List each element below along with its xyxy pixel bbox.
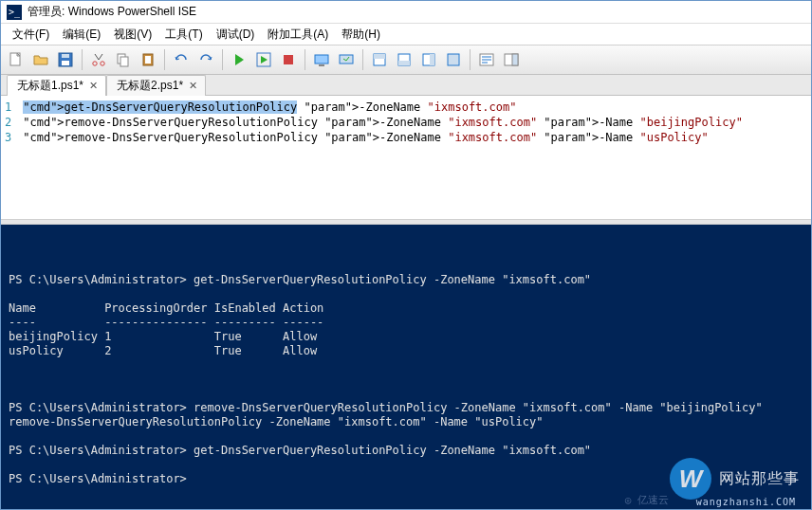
open-button[interactable] [29, 48, 52, 71]
console-pane[interactable]: PS C:\Users\Administrator> get-DnsServer… [1, 225, 811, 509]
show-command-button[interactable] [475, 48, 498, 71]
tab-untitled2[interactable]: 无标题2.ps1* ✕ [106, 75, 206, 96]
layout4-button[interactable] [442, 48, 465, 71]
new-button[interactable] [5, 48, 28, 71]
run-button[interactable] [228, 48, 250, 71]
menu-debug[interactable]: 调试(D) [211, 25, 261, 45]
layout2-button[interactable] [393, 48, 415, 71]
redo-button[interactable] [194, 48, 217, 71]
svg-rect-9 [145, 56, 151, 64]
menu-file[interactable]: 文件(F) [7, 25, 55, 45]
svg-point-5 [101, 62, 104, 65]
tab-untitled1[interactable]: 无标题1.ps1* ✕ [7, 75, 106, 96]
menu-tools[interactable]: 工具(T) [159, 25, 208, 45]
svg-rect-16 [374, 54, 385, 59]
svg-rect-20 [430, 54, 434, 65]
copy-button[interactable] [112, 48, 135, 71]
menu-bar: 文件(F) 编辑(E) 视图(V) 工具(T) 调试(D) 附加工具(A) 帮助… [1, 24, 811, 45]
menu-addons[interactable]: 附加工具(A) [262, 25, 334, 45]
run-selection-button[interactable] [252, 48, 275, 71]
code-area[interactable]: "cmd">get-DnsServerQueryResolutionPolicy… [19, 96, 743, 219]
app-icon: >_ [7, 5, 22, 20]
watermark: W 网站那些事 [670, 458, 800, 500]
undo-button[interactable] [170, 48, 193, 71]
svg-rect-24 [512, 54, 518, 65]
show-addon-button[interactable] [500, 48, 523, 71]
cut-button[interactable] [87, 48, 110, 71]
menu-edit[interactable]: 编辑(E) [57, 25, 106, 45]
svg-rect-11 [284, 55, 293, 64]
svg-rect-21 [448, 54, 459, 65]
menu-help[interactable]: 帮助(H) [336, 25, 386, 45]
svg-point-4 [93, 62, 97, 65]
save-button[interactable] [54, 48, 77, 71]
tab-strip: 无标题1.ps1* ✕ 无标题2.ps1* ✕ [1, 75, 811, 96]
svg-rect-13 [319, 64, 324, 66]
watermark-badge: W [670, 458, 711, 500]
watermark-sub: wangzhanshi.COM [696, 497, 796, 507]
close-icon[interactable]: ✕ [89, 80, 98, 92]
close-icon[interactable]: ✕ [189, 80, 197, 92]
svg-rect-12 [315, 55, 328, 64]
watermark-extra: ◎ 亿速云 [625, 493, 669, 507]
svg-rect-18 [398, 61, 410, 65]
stop-button[interactable] [277, 48, 300, 71]
window-title: 管理员: Windows PowerShell ISE [28, 4, 196, 20]
tab-label: 无标题1.ps1* [17, 78, 83, 94]
line-gutter: 1 2 3 [1, 96, 19, 219]
layout3-button[interactable] [417, 48, 440, 71]
toolbar [1, 45, 811, 75]
svg-rect-7 [120, 57, 128, 66]
remote-session-button[interactable] [335, 48, 358, 71]
new-remote-button[interactable] [310, 48, 333, 71]
tab-label: 无标题2.ps1* [117, 78, 183, 94]
layout1-button[interactable] [368, 48, 391, 71]
script-editor[interactable]: 1 2 3 "cmd">get-DnsServerQueryResolution… [1, 96, 811, 219]
title-bar: >_ 管理员: Windows PowerShell ISE [1, 1, 811, 24]
paste-button[interactable] [137, 48, 159, 71]
menu-view[interactable]: 视图(V) [108, 25, 157, 45]
watermark-text: 网站那些事 [719, 469, 800, 489]
svg-rect-14 [340, 55, 353, 64]
svg-rect-2 [62, 61, 69, 65]
svg-rect-3 [62, 54, 69, 58]
